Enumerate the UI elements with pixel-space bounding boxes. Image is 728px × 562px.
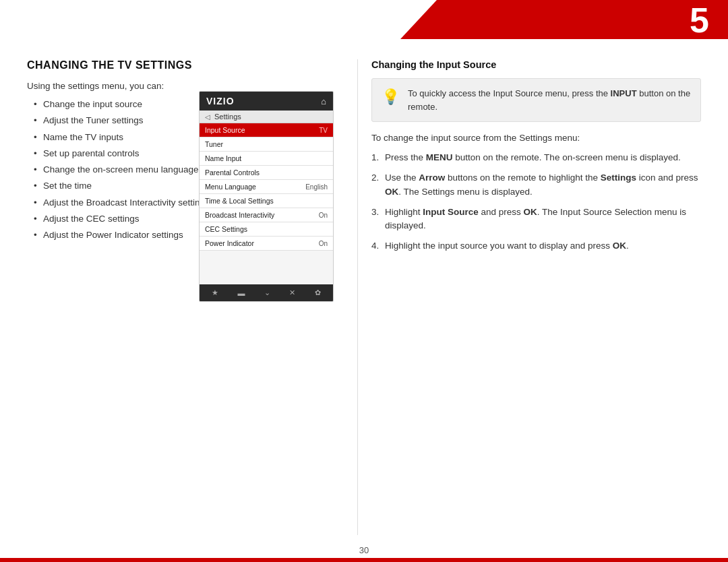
menu-item-broadcast[interactable]: Broadcast Interactivity On	[200, 208, 333, 222]
tv-menu-illustration: VIZIO ⌂ ◁ Settings Input Source TV Tuner…	[199, 91, 334, 302]
list-item: 4. Highlight the input source you want t…	[371, 239, 701, 253]
menu-item-label: Menu Language	[205, 183, 256, 191]
menu-item-value: English	[305, 183, 328, 191]
remote-btn-menu: ▬	[238, 289, 245, 297]
step-bold: Arrow	[419, 173, 445, 183]
right-section-title: Changing the Input Source	[371, 59, 701, 70]
step-text: Press the MENU button on the remote. The…	[385, 152, 681, 162]
list-item: 3. Highlight Input Source and press OK. …	[371, 206, 701, 233]
step-text: Use the Arrow buttons on the remote to h…	[385, 173, 698, 196]
menu-item-label: Broadcast Interactivity	[205, 211, 274, 219]
numbered-list: 1. Press the MENU button on the remote. …	[371, 151, 701, 253]
menu-item-time-local[interactable]: Time & Local Settings	[200, 194, 333, 208]
menu-item-label: Tuner	[205, 140, 223, 148]
step-number: 2.	[371, 171, 379, 185]
step-bold: MENU	[426, 152, 453, 162]
menu-item-value: TV	[319, 127, 328, 134]
remote-btn-down: ⌄	[264, 288, 270, 297]
remote-btn-star: ★	[212, 288, 218, 297]
menu-item-name-input[interactable]: Name Input	[200, 152, 333, 166]
menu-item-label: Parental Controls	[205, 168, 260, 177]
menu-item-input-source[interactable]: Input Source TV	[200, 123, 333, 137]
menu-item-menu-language[interactable]: Menu Language English	[200, 180, 333, 194]
menu-item-value: On	[319, 240, 328, 247]
menu-item-label: Time & Local Settings	[205, 197, 274, 205]
step-bold: OK	[613, 241, 626, 251]
step-bold: Settings	[601, 173, 636, 183]
step-bold: OK	[385, 187, 398, 197]
menu-item-cec-settings[interactable]: CEC Settings	[200, 222, 333, 237]
main-content: CHANGING THE TV SETTINGS Using the setti…	[0, 39, 728, 542]
remote-btn-x: ✕	[289, 288, 295, 297]
step-bold: OK	[524, 207, 537, 217]
menu-header-row: ◁ Settings	[200, 111, 333, 123]
menu-item-value: On	[319, 212, 328, 219]
step-number: 1.	[371, 151, 379, 164]
right-column: Changing the Input Source 💡 To quickly a…	[357, 59, 701, 535]
list-item: 2. Use the Arrow buttons on the remote t…	[371, 171, 701, 199]
tip-box: 💡 To quickly access the Input Source men…	[371, 78, 701, 122]
list-item: 1. Press the MENU button on the remote. …	[371, 151, 701, 164]
steps-intro: To change the input source from the Sett…	[371, 133, 701, 143]
lightbulb-icon: 💡	[382, 88, 400, 106]
page-footer: 30	[0, 545, 728, 555]
step-text: Highlight the input source you want to d…	[385, 241, 629, 251]
tip-text: To quickly access the Input Source menu,…	[408, 87, 691, 113]
section-title: CHANGING THE TV SETTINGS	[27, 59, 344, 71]
remote-btn-gear: ✿	[315, 288, 321, 297]
menu-item-parental-controls[interactable]: Parental Controls	[200, 166, 333, 180]
chapter-number: 5	[690, 3, 709, 38]
menu-item-label: Input Source	[205, 126, 245, 134]
step-text: Highlight Input Source and press OK. The…	[385, 207, 686, 230]
menu-item-power-indicator[interactable]: Power Indicator On	[200, 237, 333, 251]
home-icon: ⌂	[321, 96, 326, 106]
bottom-bar	[0, 558, 728, 562]
step-number: 4.	[371, 239, 379, 253]
tv-menu-top-bar: VIZIO ⌂	[200, 92, 333, 111]
tip-text-before: To quickly access the Input Source menu,…	[408, 88, 611, 98]
intro-text: Using the settings menu, you can:	[27, 81, 344, 91]
top-bar	[0, 0, 728, 39]
vizio-logo: VIZIO	[206, 96, 235, 106]
remote-buttons-bar: ★ ▬ ⌄ ✕ ✿	[200, 284, 333, 301]
page-number-footer: 30	[359, 545, 369, 555]
menu-item-tuner[interactable]: Tuner	[200, 137, 333, 152]
menu-item-label: Name Input	[205, 154, 241, 162]
tip-bold-word: INPUT	[611, 88, 637, 98]
menu-header-label: Settings	[214, 113, 241, 121]
step-bold: Input Source	[423, 207, 479, 217]
step-number: 3.	[371, 206, 379, 219]
back-arrow-icon: ◁	[205, 113, 210, 121]
menu-item-label: Power Indicator	[205, 239, 254, 247]
menu-item-label: CEC Settings	[205, 225, 247, 233]
